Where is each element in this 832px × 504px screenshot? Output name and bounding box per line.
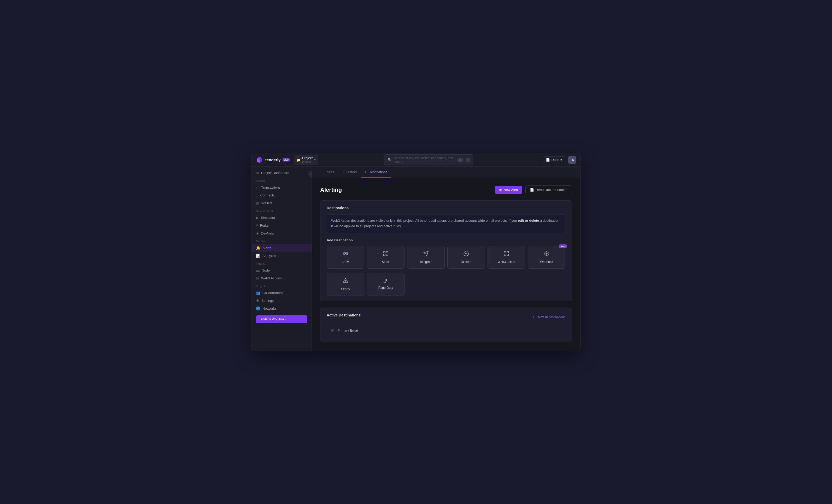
forks-icon: ⑂ xyxy=(256,223,258,227)
read-docs-label: Read Documentation xyxy=(536,188,568,192)
active-destinations-title: Active Destinations xyxy=(327,313,361,317)
svg-rect-3 xyxy=(386,254,388,255)
dest-card-sentry[interactable]: Sentry xyxy=(327,273,364,296)
chevron-down-icon: ▾ xyxy=(314,158,316,162)
user-avatar[interactable]: TD xyxy=(568,156,576,164)
active-dest-label: Primary Email xyxy=(337,329,359,332)
sidebar-item-label: Wallets xyxy=(261,201,272,205)
docs-chevron-icon: ▾ xyxy=(561,158,562,162)
pagerduty-dest-icon: P xyxy=(384,278,387,284)
sidebar-item-label: Analytics xyxy=(262,254,276,258)
top-nav: tenderly DEV 📁 Project project ▾ 🔍 Searc… xyxy=(252,153,580,167)
info-text: Web3 Action destinations are visible onl… xyxy=(331,219,517,223)
webhook-dest-icon xyxy=(544,251,549,258)
sidebar-item-alerts[interactable]: 🔔 Alerts xyxy=(252,244,312,252)
tab-rules[interactable]: ☰ Rules xyxy=(317,167,338,178)
logo-text: tenderly xyxy=(265,158,281,162)
sidebar-item-simulator[interactable]: ▶ Simulator xyxy=(252,214,312,222)
sidebar-item-label: Project Dashboard xyxy=(261,171,289,175)
rules-tab-icon: ☰ xyxy=(321,170,324,174)
kbd-cmd: ⌘ xyxy=(458,158,463,162)
svg-rect-0 xyxy=(384,251,385,253)
sidebar-item-label: Transactions xyxy=(261,186,281,189)
active-dest-row: ✉ Primary Email xyxy=(327,325,565,336)
search-icon: 🔍 xyxy=(388,158,392,162)
contracts-icon: □ xyxy=(256,193,258,197)
svg-rect-1 xyxy=(386,251,388,253)
folder-icon: 📁 xyxy=(296,158,301,162)
project-selector[interactable]: 📁 Project project ▾ xyxy=(294,155,318,165)
new-alert-label: New Alert xyxy=(503,188,518,192)
sidebar-item-label: Contracts xyxy=(260,193,275,197)
active-destinations-section: Active Destinations ↻ Refresh destinatio… xyxy=(320,308,572,341)
sidebar-item-settings[interactable]: ⚙ Settings xyxy=(252,297,312,304)
email-dest-label: Email xyxy=(342,259,349,263)
discord-dest-icon xyxy=(463,251,469,258)
sidebar-item-label: Web3 Actions xyxy=(261,276,282,280)
main-layout: ‹ ⊞ Project Dashboard Inspect ⇄ Transact… xyxy=(252,167,580,351)
sidebar-item-transactions[interactable]: ⇄ Transactions xyxy=(252,184,312,191)
sentry-dest-icon xyxy=(343,278,348,285)
page-header: Alerting ⊕ New Alert 📄 Read Documentatio… xyxy=(320,186,572,194)
sidebar-item-label: Simulator xyxy=(261,216,275,220)
sidebar-item-collaborators[interactable]: 👥 Collaborators xyxy=(252,289,312,297)
discord-dest-label: Discord xyxy=(461,260,472,264)
dest-card-slack[interactable]: Slack xyxy=(367,246,405,269)
devnets-icon: ◈ xyxy=(256,231,259,235)
sidebar-item-forks[interactable]: ⑂ Forks xyxy=(252,222,312,229)
docs-icon: 📄 xyxy=(546,158,550,162)
networks-icon: 🌐 xyxy=(256,306,260,310)
trial-banner[interactable]: Tenderly Pro (Trial) xyxy=(256,315,307,323)
sidebar-item-node[interactable]: ▬ Node xyxy=(252,267,312,274)
search-bar[interactable]: 🔍 Search for any transaction or address,… xyxy=(384,155,473,165)
dest-card-email[interactable]: ✉ Email xyxy=(327,246,364,269)
tab-destinations[interactable]: ✈ Destinations xyxy=(361,167,391,178)
sidebar-item-contracts[interactable]: □ Contracts xyxy=(252,191,312,199)
destinations-section: Destinations Web3 Action destinations ar… xyxy=(320,200,572,301)
tenderly-logo-icon xyxy=(256,156,263,164)
dest-card-discord[interactable]: Discord xyxy=(447,246,485,269)
sidebar-item-analytics[interactable]: 📊 Analytics xyxy=(252,252,312,259)
dest-card-webhook[interactable]: New Webhook xyxy=(528,246,565,269)
history-tab-icon: ⏱ xyxy=(341,170,345,174)
sentry-dest-label: Sentry xyxy=(341,287,350,291)
dest-card-telegram[interactable]: Telegram xyxy=(407,246,445,269)
section-inspect: Inspect xyxy=(252,177,312,184)
telegram-dest-icon xyxy=(423,251,429,258)
docs-button[interactable]: 📄 Docs ▾ xyxy=(543,156,565,163)
pagerduty-dest-label: PagerDuty xyxy=(379,286,393,289)
logo-area[interactable]: tenderly DEV xyxy=(256,156,290,164)
node-icon: ▬ xyxy=(256,268,260,272)
svg-rect-6 xyxy=(504,254,506,255)
dest-card-pagerduty[interactable]: P PagerDuty xyxy=(367,273,405,296)
new-alert-button[interactable]: ⊕ New Alert xyxy=(495,186,522,194)
tab-history[interactable]: ⏱ History xyxy=(338,167,360,178)
dashboard-icon: ⊞ xyxy=(256,171,259,175)
add-destination-title: Add Destination xyxy=(327,238,565,242)
sidebar-item-networks[interactable]: 🌐 Networks xyxy=(252,304,312,312)
dev-badge: DEV xyxy=(283,158,290,162)
dest-card-web3action[interactable]: Web3 Action xyxy=(488,246,525,269)
section-project: Project xyxy=(252,282,312,289)
kbd-k: k xyxy=(466,158,470,162)
sidebar-item-devnets[interactable]: ◈ DevNets xyxy=(252,229,312,237)
sidebar-item-project-dashboard[interactable]: ⊞ Project Dashboard xyxy=(252,169,312,177)
destinations-grid-row1: ✉ Email xyxy=(327,246,565,269)
sidebar-item-wallets[interactable]: ▤ Wallets xyxy=(252,199,312,207)
tab-history-label: History xyxy=(346,170,357,174)
info-bold: edit or delete xyxy=(518,219,539,223)
project-sub: project xyxy=(302,160,313,164)
search-kbd: ⌘ + k xyxy=(458,158,469,162)
slack-dest-icon xyxy=(383,251,389,258)
page-content: Alerting ⊕ New Alert 📄 Read Documentatio… xyxy=(312,178,580,351)
docs-label: Docs xyxy=(551,158,559,162)
search-placeholder: Search for any transaction or address, a… xyxy=(394,156,456,164)
refresh-destinations-button[interactable]: ↻ Refresh destinations xyxy=(533,315,565,319)
section-development: Development xyxy=(252,207,312,214)
settings-icon: ⚙ xyxy=(256,299,259,303)
web3action-dest-label: Web3 Action xyxy=(497,260,515,264)
doc-icon: 📄 xyxy=(530,188,534,192)
sidebar-item-web3-actions[interactable]: ⊡ Web3 Actions xyxy=(252,274,312,282)
read-docs-button[interactable]: 📄 Read Documentation xyxy=(525,186,572,194)
sidebar-item-label: DevNets xyxy=(261,231,274,235)
